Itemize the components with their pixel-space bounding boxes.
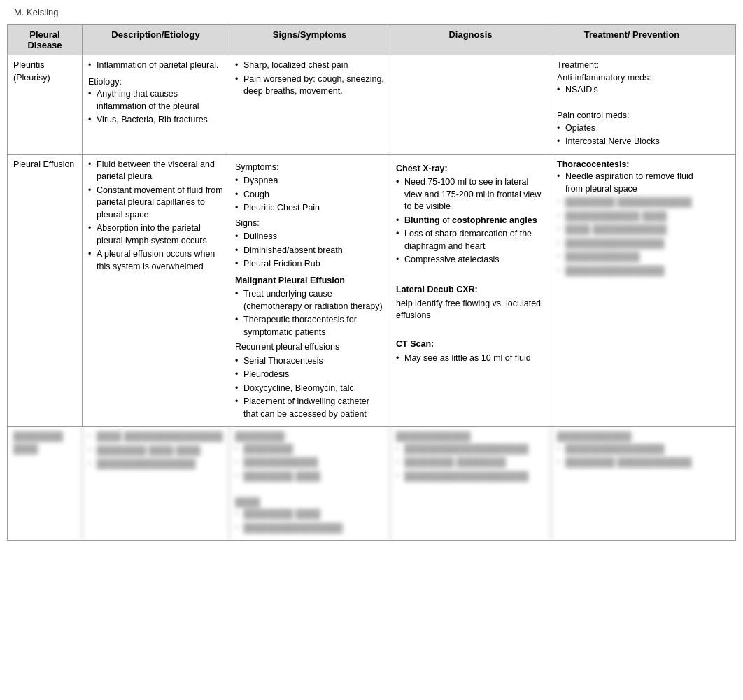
list-item: Opiates xyxy=(557,122,707,135)
list-item: Pleural Friction Rub xyxy=(235,258,384,271)
list-item: Intercostal Nerve Blocks xyxy=(557,136,707,148)
list-item: Compressive atelectasis xyxy=(396,254,545,266)
ct-scan-label: CT Scan: xyxy=(396,338,545,351)
malignant-label: Malignant Pleural Effusion xyxy=(235,275,384,287)
cell-effusion-diagnosis: Chest X-ray: Need 75-100 ml to see in la… xyxy=(390,155,551,427)
page-header: M. Keisling xyxy=(0,0,743,24)
list-item: Doxycycline, Bleomycin, talc xyxy=(235,383,384,395)
anti-inflam-label: Anti-inflammatory meds: xyxy=(557,72,707,85)
cell-pleuritis-description: Inflammation of parietal pleural. Etiolo… xyxy=(83,55,229,154)
list-item: ████████████ ████ xyxy=(557,210,707,223)
effusion-label: Pleural Effusion xyxy=(13,159,74,169)
blurred-symptoms-label: ████████: xyxy=(235,431,384,443)
list-item: Cough xyxy=(235,189,384,201)
cell-effusion-symptoms: Symptoms: Dyspnea Cough Pleuritic Chest … xyxy=(229,155,390,427)
treatment-label: Treatment: xyxy=(557,59,707,72)
cell-blurred-symptoms: ████████: ████████ ████████████ ████████… xyxy=(229,427,390,540)
list-item: ████ ████████████████ xyxy=(88,431,223,443)
etiology-section: Etiology: Anything that causes inflammat… xyxy=(88,76,223,127)
table-row-pleuritis: Pleuritis (Pleurisy) Inflammation of par… xyxy=(8,55,735,155)
col-header-description: Description/Etiology xyxy=(83,25,229,55)
cell-pleuritis-treatment: Treatment: Anti-inflammatory meds: NSAID… xyxy=(551,55,712,154)
cell-effusion-description: Fluid between the visceral and parietal … xyxy=(83,155,229,427)
costophrenic-bold: costophrenic angles xyxy=(452,215,537,225)
chest-xray-list: Need 75-100 ml to see in lateral view an… xyxy=(396,176,545,266)
list-item: ████████ xyxy=(235,443,384,456)
list-item: Blunting of costophrenic angles xyxy=(396,215,545,227)
blurred-signs-label: ████: xyxy=(235,497,384,509)
list-item: Absorption into the parietal pleural lym… xyxy=(88,222,223,247)
blunting-rest: of xyxy=(442,215,452,225)
blurred-desc-list: ████ ████████████████ ████████ ████ ████… xyxy=(88,431,223,471)
table-row-pleural-effusion: Pleural Effusion Fluid between the visce… xyxy=(8,155,735,427)
col-header-diagnosis: Diagnosis xyxy=(390,25,551,55)
cell-blurred-description: ████ ████████████████ ████████ ████ ████… xyxy=(83,427,229,540)
list-item: Treat underlying cause (chemotherapy or … xyxy=(235,288,384,313)
pleuritis-label: Pleuritis (Pleurisy) xyxy=(13,60,50,83)
list-item: ████████████████ xyxy=(235,522,384,535)
anti-inflam-list: NSAID's xyxy=(557,84,707,97)
lateral-decub-label: Lateral Decub CXR: xyxy=(396,284,545,297)
list-item: Fluid between the visceral and parietal … xyxy=(88,159,223,183)
list-item: ████████████ xyxy=(235,457,384,469)
list-item: Constant movement of fluid from parietal… xyxy=(88,185,223,222)
blurred-diag-list: ████████████████████ ████████ ████████ █… xyxy=(396,443,545,483)
list-item: Placement of indwelling catheter that ca… xyxy=(235,396,384,420)
list-item: Inflammation of parietal pleural. xyxy=(88,59,223,72)
col-header-disease: Pleural Disease xyxy=(8,25,83,55)
list-item: Virus, Bacteria, Rib fractures xyxy=(88,114,223,127)
list-item: ████████ ████████████ xyxy=(557,197,707,209)
list-item: ████████████ xyxy=(557,251,707,264)
pleuritis-symptoms-list: Sharp, localized chest pain Pain worsene… xyxy=(235,59,384,98)
cell-blurred-treatment: ████████████: ████████████████ ████████ … xyxy=(551,427,712,540)
list-item: ████████ ████ xyxy=(235,508,384,521)
list-item: May see as little as 10 ml of fluid xyxy=(396,352,545,365)
list-item: ████████ ████████ xyxy=(396,457,545,469)
table-header-row: Pleural Disease Description/Etiology Sig… xyxy=(8,25,735,55)
thoracocentesis-list: Needle aspiration to remove fluid from p… xyxy=(557,171,707,195)
main-table: Pleural Disease Description/Etiology Sig… xyxy=(7,24,736,541)
list-item: ████████████████ xyxy=(557,238,707,250)
blurred-treatment-label: ████████████: xyxy=(557,431,707,443)
list-item: Sharp, localized chest pain xyxy=(235,59,384,72)
list-item: ████ ████████████ xyxy=(557,224,707,236)
list-item: Pleurodesis xyxy=(235,369,384,381)
list-item: Pain worsened by: cough, sneezing, deep … xyxy=(235,73,384,98)
col-header-treatment: Treatment/ Prevention xyxy=(551,25,712,55)
cell-pleuritis-disease: Pleuritis (Pleurisy) xyxy=(8,55,83,154)
chest-xray-label: Chest X-ray: xyxy=(396,163,545,176)
effusion-signs-list: Dullness Diminished/absent breath Pleura… xyxy=(235,231,384,271)
list-item: Anything that causes inflammation of the… xyxy=(88,88,223,113)
author-label: M. Keisling xyxy=(14,7,59,17)
list-item: Serial Thoracentesis xyxy=(235,355,384,368)
list-item: ████████ ████ ████ xyxy=(88,445,223,457)
malignant-list: Treat underlying cause (chemotherapy or … xyxy=(235,288,384,338)
etiology-label: Etiology: xyxy=(88,76,223,89)
list-item: ████████████████████ xyxy=(396,471,545,483)
cell-effusion-treatment: Thoracocentesis: Needle aspiration to re… xyxy=(551,155,712,427)
thoracocentesis-extra: ████████ ████████████ ████████████ ████ … xyxy=(557,197,707,277)
list-item: Therapeutic thoracentesis for symptomati… xyxy=(235,314,384,338)
signs-section-label: Signs: xyxy=(235,217,384,230)
blunting-bold: Blunting xyxy=(404,215,440,225)
effusion-symptom-list: Dyspnea Cough Pleuritic Chest Pain xyxy=(235,175,384,215)
list-item: A pleural effusion occurs when this syst… xyxy=(88,248,223,273)
blurred-symptom-list: ████████ ████████████ ████████ ████ xyxy=(235,443,384,483)
list-item: Pleuritic Chest Pain xyxy=(235,202,384,215)
list-item: ████████ ████████████ xyxy=(557,457,707,469)
pleuritis-desc-list: Inflammation of parietal pleural. xyxy=(88,59,223,72)
thoracocentesis-label: Thoracocentesis: xyxy=(557,159,707,171)
list-item: Need 75-100 ml to see in lateral view an… xyxy=(396,176,545,213)
cell-blurred-disease: ████████ ████ xyxy=(8,427,83,540)
recurrent-list: Serial Thoracentesis Pleurodesis Doxycyc… xyxy=(235,355,384,421)
col-header-signs: Signs/Symptoms xyxy=(229,25,390,55)
cell-pleuritis-diagnosis xyxy=(390,55,551,154)
cell-effusion-disease: Pleural Effusion xyxy=(8,155,83,427)
pain-list: Opiates Intercostal Nerve Blocks xyxy=(557,122,707,148)
symptoms-section-label: Symptoms: xyxy=(235,162,384,174)
list-item: Diminished/absent breath xyxy=(235,245,384,257)
blurred-disease-label: ████████ ████ xyxy=(13,431,63,454)
list-item: ████████████████ xyxy=(88,458,223,471)
list-item: Dyspnea xyxy=(235,175,384,187)
list-item: ████████████████ xyxy=(557,443,707,456)
